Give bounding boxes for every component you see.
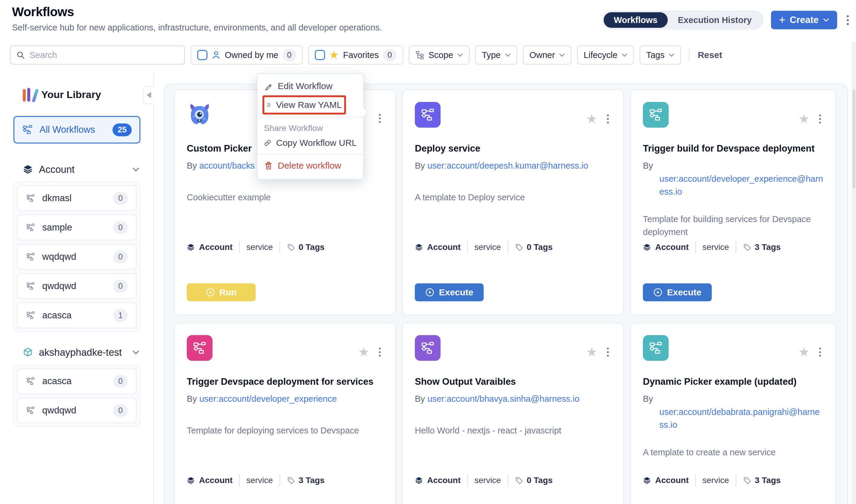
workflow-card-deploy-service[interactable]: ★ Deploy service By user:account/deepesh… [402, 89, 624, 316]
card-title: Trigger build for Devspace deployment [643, 143, 823, 154]
favorites-label: Favorites [343, 50, 379, 60]
collapse-left-icon [147, 92, 151, 98]
tab-execution-history[interactable]: Execution History [668, 12, 762, 28]
annotation-highlight-box: View Raw YAML [262, 95, 346, 114]
lifecycle-label: Lifecycle [584, 50, 617, 60]
person-icon [211, 51, 221, 59]
tag-icon [515, 476, 523, 485]
favorite-star-icon[interactable]: ★ [586, 346, 597, 358]
owned-by-me-count: 0 [283, 49, 296, 61]
card-author: By user:account/deepesh.kumar@harness.io [415, 159, 611, 173]
cube-icon [23, 347, 33, 358]
card-author: By user:account/bhavya.sinha@harness.io [415, 393, 611, 406]
author-link[interactable]: user:account/bhavya.sinha@harness.io [427, 394, 579, 403]
sidebar-group-akshayphadke-test[interactable]: akshayphadke-test [23, 347, 139, 358]
author-link[interactable]: user:account/developer_experience [199, 394, 337, 403]
author-link[interactable]: user:account/deepesh.kumar@harness.io [427, 161, 588, 170]
tag-icon [743, 243, 751, 251]
favorite-star-icon[interactable]: ★ [358, 346, 369, 358]
workflow-card-trigger-build[interactable]: ★ Trigger build for Devspace deployment … [630, 89, 836, 316]
scope-dropdown[interactable]: Scope [409, 46, 469, 65]
sidebar: Your Library All Workflows 25 Account dk… [0, 73, 154, 504]
favorites-count: 0 [383, 49, 397, 61]
owned-by-me-filter[interactable]: Owned by me 0 [191, 46, 303, 65]
workflow-icon [26, 311, 35, 320]
scrollbar-thumb[interactable] [853, 90, 855, 188]
sidebar-item-qwdqwd-2[interactable]: qwdqwd 0 [17, 398, 137, 423]
card-kebab-menu-icon[interactable] [606, 113, 610, 125]
all-workflows-count: 25 [113, 124, 132, 136]
owned-by-me-label: Owned by me [225, 50, 278, 60]
scope-icon [415, 51, 424, 59]
menu-divider [257, 154, 363, 155]
favorite-star-icon[interactable]: ★ [798, 113, 810, 125]
workflow-card-show-output[interactable]: ★ Show Output Varaibles By user:account/… [402, 323, 624, 504]
menu-item-delete-workflow[interactable]: Delete workflow [257, 157, 363, 174]
library-header: Your Library [23, 87, 101, 102]
chevron-down-icon [132, 167, 139, 172]
layers-icon [415, 243, 423, 251]
header-kebab-menu-icon[interactable] [845, 14, 851, 27]
run-button[interactable]: Run [187, 283, 256, 301]
menu-item-view-raw-yaml[interactable]: View Raw YAML [264, 97, 344, 113]
create-button[interactable]: + Create [771, 11, 837, 29]
page-subtitle: Self-service hub for new applications, i… [12, 23, 382, 33]
reset-filters-button[interactable]: Reset [698, 50, 722, 60]
workflow-tile-icon [643, 102, 669, 128]
library-icon [23, 87, 35, 102]
monster-icon [187, 102, 212, 128]
page-scrollbar[interactable] [852, 42, 856, 504]
card-kebab-menu-icon[interactable] [606, 346, 610, 358]
author-link[interactable]: account/backs [199, 161, 255, 170]
owned-by-me-checkbox[interactable] [197, 50, 207, 60]
sidebar-group-account[interactable]: Account [23, 164, 139, 175]
sidebar-item-sample[interactable]: sample 0 [17, 215, 137, 240]
owner-dropdown[interactable]: Owner [523, 46, 571, 65]
workflow-icon [26, 282, 35, 291]
card-kebab-menu-icon[interactable] [378, 113, 382, 124]
execute-button[interactable]: Execute [643, 283, 712, 301]
favorite-star-icon[interactable]: ★ [798, 346, 810, 358]
sidebar-collapse-button[interactable] [143, 86, 154, 104]
item-label: sample [42, 222, 72, 233]
chevron-down-icon [505, 53, 511, 57]
workflow-card-trigger-devspace[interactable]: ★ Trigger Devspace deployment for servic… [174, 323, 396, 504]
card-kebab-menu-icon[interactable] [378, 346, 382, 358]
favorite-star-icon[interactable]: ★ [586, 113, 597, 125]
workflow-card-dynamic-picker[interactable]: ★ Dynamic Picker example (updated) By us… [630, 323, 836, 504]
menu-item-edit-workflow[interactable]: Edit Workflow [257, 77, 363, 95]
favorites-checkbox[interactable] [315, 50, 325, 60]
lifecycle-dropdown[interactable]: Lifecycle [577, 46, 634, 65]
card-author: By user:account/developer_experience@har… [643, 159, 823, 198]
play-icon [425, 288, 434, 297]
tags-dropdown[interactable]: Tags [639, 46, 681, 65]
sidebar-item-qwdqwd[interactable]: qwdqwd 0 [17, 273, 137, 299]
star-icon: ★ [329, 50, 339, 60]
sidebar-item-wqdqwd[interactable]: wqdqwd 0 [17, 244, 137, 270]
tab-workflows[interactable]: Workflows [604, 12, 668, 28]
card-footer: Account service 3 Tags [643, 241, 781, 253]
sidebar-item-acasca-2[interactable]: acasca 0 [17, 368, 137, 394]
author-link[interactable]: user:account/developer_experience@harnes… [660, 174, 823, 197]
card-title: Show Output Varaibles [415, 376, 611, 387]
sidebar-item-all-workflows[interactable]: All Workflows 25 [14, 116, 140, 143]
menu-item-copy-workflow-url[interactable]: Copy Workflow URL [257, 134, 363, 151]
author-link[interactable]: user:account/debabrata.panigrahi@harness… [660, 407, 820, 430]
favorites-filter[interactable]: ★ Favorites 0 [308, 46, 403, 65]
link-icon [264, 139, 271, 147]
card-footer: Account service 0 Tags [187, 241, 324, 253]
item-label: acasca [42, 376, 71, 386]
card-kebab-menu-icon[interactable] [818, 346, 822, 358]
type-dropdown[interactable]: Type [475, 46, 517, 65]
card-kebab-menu-icon[interactable] [818, 113, 822, 125]
header-actions: Workflows Execution History + Create [602, 11, 851, 29]
layers-icon [187, 476, 195, 485]
layers-icon [187, 243, 195, 251]
execute-button[interactable]: Execute [415, 283, 484, 301]
chevron-down-icon [132, 350, 139, 355]
search-input[interactable] [30, 50, 178, 60]
sidebar-item-dkmasl[interactable]: dkmasl 0 [17, 185, 137, 211]
workflow-tile-icon [643, 335, 669, 361]
item-label: qwdqwd [42, 405, 76, 416]
sidebar-item-acasca[interactable]: acasca 1 [17, 303, 137, 328]
